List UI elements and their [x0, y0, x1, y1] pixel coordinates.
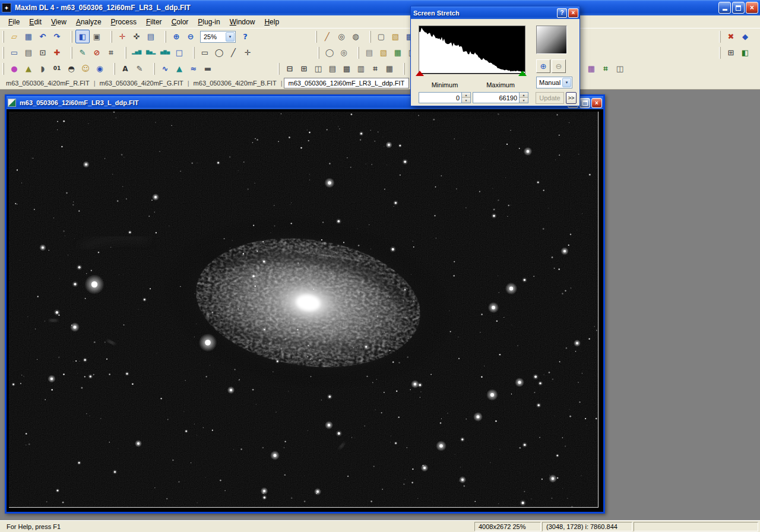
maximum-spin-down[interactable]: ▼: [520, 98, 528, 103]
zoom-in-button[interactable]: ⊕: [169, 30, 183, 43]
maximum-marker-icon[interactable]: [518, 71, 527, 76]
table-view-button[interactable]: ▦: [382, 62, 397, 75]
image-maximize-button[interactable]: [580, 98, 590, 108]
tile-horizontal-button[interactable]: ⊟: [283, 62, 297, 75]
galaxy-image[interactable]: [9, 112, 598, 508]
annotate-button[interactable]: ◍: [349, 30, 363, 43]
tile-vertical-button[interactable]: ⊞: [297, 62, 311, 75]
close-all-button[interactable]: ✖: [724, 30, 738, 43]
update-button[interactable]: Update: [536, 92, 564, 104]
aperture-ring-button[interactable]: ◎: [334, 30, 349, 43]
toolbar-grip[interactable]: [278, 63, 280, 75]
line-tool-button[interactable]: ╱: [320, 30, 334, 43]
watch-folder-button[interactable]: ▧: [376, 46, 391, 59]
flatten-background-button[interactable]: ▬: [201, 62, 215, 75]
kernel-filter-button[interactable]: ◗: [36, 62, 50, 75]
copy-image-button[interactable]: ⊡: [36, 46, 50, 59]
toolbar-grip[interactable]: [315, 31, 317, 43]
app-titlebar[interactable]: ✦ MaxIm DL 4 - m63_050306_12i60mF_LR3_L_…: [0, 0, 760, 15]
menu-filter[interactable]: Filter: [141, 16, 167, 28]
rect-aperture-button[interactable]: ▭: [198, 46, 212, 59]
zoom-level-select[interactable]: 25%▼: [200, 31, 236, 43]
dialog-help-button[interactable]: ?: [557, 8, 567, 18]
toolbar-grip[interactable]: [357, 47, 359, 59]
palette-button[interactable]: ▦: [584, 62, 598, 75]
fft-filter-button[interactable]: ∿: [158, 62, 172, 75]
profile-graph-button[interactable]: ▇▅▂: [144, 46, 158, 59]
region-select-button[interactable]: □: [172, 46, 186, 59]
dropdown-arrow-icon[interactable]: ▼: [562, 78, 571, 87]
toolbar-grip[interactable]: [719, 31, 721, 43]
pixel-grid-button[interactable]: ⌗: [104, 46, 118, 59]
flag-region-button[interactable]: ▲: [21, 62, 36, 75]
close-button[interactable]: ×: [746, 2, 758, 14]
maximum-spin-up[interactable]: ▲: [520, 93, 528, 98]
toolbar-grip[interactable]: [71, 47, 72, 59]
add-marker-button[interactable]: ✚: [50, 46, 64, 59]
line-profile-button[interactable]: ╱: [226, 46, 240, 59]
center-marker-button[interactable]: ✛: [240, 46, 255, 59]
tab-2[interactable]: m63_050306_4i20mF_G.FIT: [97, 78, 186, 88]
minimize-button[interactable]: [718, 2, 731, 14]
smiley-preview-button[interactable]: ☺: [78, 62, 93, 75]
menu-file[interactable]: File: [4, 16, 24, 28]
mask-blob-button[interactable]: ●: [7, 62, 21, 75]
eyedropper-button[interactable]: ✎: [75, 46, 90, 59]
histogram-graph-button[interactable]: ▂▅▇: [129, 46, 144, 59]
area-graph-button[interactable]: ▅▇▅: [158, 46, 172, 59]
page-setup-button[interactable]: ▤: [21, 46, 36, 59]
ellipse-aperture-button[interactable]: ◯: [212, 46, 226, 59]
stretch-mode-select[interactable]: Manual ▼: [536, 77, 572, 88]
menu-color[interactable]: Color: [167, 16, 194, 28]
maximize-button[interactable]: [732, 2, 745, 14]
tab-4[interactable]: m63_050306_12i60mF_LR3_L_ddp.FIT: [284, 78, 410, 88]
full-frame-button[interactable]: ◯: [322, 46, 337, 59]
toolbar-grip[interactable]: [719, 47, 721, 59]
menu-help[interactable]: Help: [259, 16, 284, 28]
histogram-zoom-in-button[interactable]: ⊕: [536, 59, 550, 73]
mosaic-button[interactable]: ⌗: [598, 62, 613, 75]
toolbar-grip[interactable]: [110, 31, 112, 43]
menu-plugin[interactable]: Plug-in: [193, 16, 224, 28]
camera-control-button[interactable]: ▭: [7, 46, 21, 59]
pan-tool-button[interactable]: ✜: [129, 30, 144, 43]
menu-process[interactable]: Process: [106, 16, 141, 28]
toolbar-grip[interactable]: [2, 63, 4, 75]
screen-stretch-button[interactable]: ◧: [75, 30, 90, 43]
menu-edit[interactable]: Edit: [24, 16, 46, 28]
pixel-math-button[interactable]: ⊞: [724, 46, 738, 59]
color-balance-button[interactable]: ◧: [738, 46, 752, 59]
toolbar-grip[interactable]: [71, 31, 72, 43]
menu-analyze[interactable]: Analyze: [71, 16, 106, 28]
toolbar-grip[interactable]: [153, 63, 155, 75]
crosshair-button[interactable]: ✛: [115, 30, 129, 43]
dock-panel-button[interactable]: ◆: [738, 30, 752, 43]
grid-overlay-button[interactable]: ⌗: [368, 62, 382, 75]
toolbar-grip[interactable]: [164, 31, 166, 43]
menu-window[interactable]: Window: [225, 16, 260, 28]
histogram-zoom-out-button[interactable]: ⊖: [552, 59, 566, 73]
toolbar-grip[interactable]: [2, 47, 4, 59]
toolbar-grip[interactable]: [125, 47, 126, 59]
sub-frame-button[interactable]: ◎: [337, 46, 351, 59]
open-file-button[interactable]: ▱: [7, 30, 21, 43]
invert-image-button[interactable]: ◓: [64, 62, 78, 75]
display-mode-button[interactable]: ▣: [90, 30, 104, 43]
toolbar-grip[interactable]: [2, 31, 4, 43]
graph-window-button[interactable]: ▦: [391, 46, 405, 59]
tab-3[interactable]: m63_050306_4i20mF_B.FIT: [191, 78, 280, 88]
stretch-histogram[interactable]: [419, 26, 525, 74]
toolbar-grip[interactable]: [369, 31, 371, 43]
minimum-input[interactable]: [419, 93, 461, 103]
calibration-off-button[interactable]: ⊘: [90, 46, 104, 59]
maximum-input[interactable]: [473, 93, 519, 103]
dialog-close-button[interactable]: ×: [568, 8, 578, 18]
tab-1[interactable]: m63_050306_4i20mF_R.FIT: [3, 78, 93, 88]
smoothing-button[interactable]: ≈: [186, 62, 201, 75]
open-sequence-button[interactable]: ▧: [388, 30, 403, 43]
minimum-spin-up[interactable]: ▲: [462, 93, 470, 98]
text-tool-button[interactable]: A: [118, 62, 132, 75]
context-help-button[interactable]: ?: [238, 30, 252, 43]
unsharp-mask-button[interactable]: ▲: [172, 62, 186, 75]
undo-button[interactable]: ↶: [36, 30, 50, 43]
